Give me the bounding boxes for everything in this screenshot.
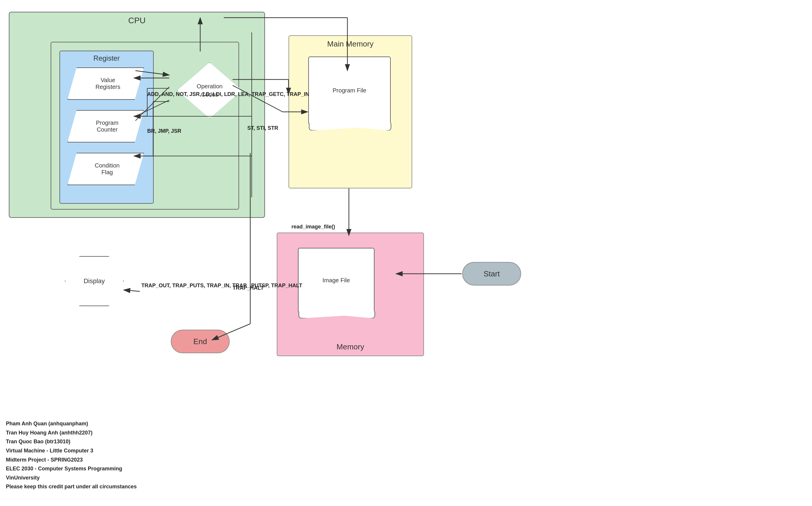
- cpu-label: CPU: [128, 16, 146, 25]
- credit-line7: VinUniversity: [6, 473, 137, 483]
- credits: Pham Anh Quan (anhquanpham) Tran Huy Hoa…: [6, 419, 137, 491]
- credit-line2: Tran Huy Hoang Anh (anhthh2207): [6, 428, 137, 437]
- arrow-br-jmp-label: BR, JMP, JSR: [147, 128, 181, 134]
- condition-flag: ConditionFlag: [67, 153, 144, 185]
- credit-line4: Virtual Machine - Little Computer 3: [6, 446, 137, 455]
- condition-flag-label: ConditionFlag: [92, 162, 120, 176]
- end-label: End: [193, 337, 207, 346]
- credit-line3: Tran Quoc Bao (btr13010): [6, 437, 137, 446]
- value-registers-label: ValueRegisters: [91, 77, 120, 90]
- program-counter-label: ProgramCounter: [93, 119, 118, 133]
- end-shape: End: [171, 330, 230, 353]
- register-box: Register ValueRegisters ProgramCounter C…: [60, 51, 154, 204]
- credit-line1: Pham Anh Quan (anhquanpham): [6, 419, 137, 428]
- program-file-label: Program File: [333, 87, 366, 94]
- arrow-st-sti-label: ST, STI, STR: [247, 125, 278, 131]
- display-label: Display: [84, 277, 105, 285]
- main-memory-box: Main Memory Program File: [289, 35, 412, 188]
- cpu-box: CPU Register ValueRegisters ProgramCount…: [9, 12, 265, 218]
- memory-box: Memory Image File: [277, 233, 424, 356]
- register-label: Register: [93, 54, 119, 62]
- svg-line-23: [124, 290, 140, 291]
- main-memory-label: Main Memory: [327, 39, 373, 49]
- memory-label: Memory: [336, 342, 364, 351]
- diagram-container: CPU Register ValueRegisters ProgramCount…: [0, 0, 812, 506]
- program-file: Program File: [308, 57, 391, 124]
- program-counter: ProgramCounter: [67, 110, 144, 143]
- credit-line8: Please keep this credit part under all c…: [6, 482, 137, 491]
- display-hex: Display: [65, 256, 124, 306]
- credit-line6: ELEC 2030 - Computer Systems Programming: [6, 464, 137, 473]
- start-label: Start: [484, 269, 500, 278]
- arrow-read-image-label: read_image_file(): [292, 224, 335, 230]
- credit-line5: Midterm Project - SPRING2023: [6, 455, 137, 465]
- start-shape: Start: [462, 262, 521, 285]
- arrow-trap-out-label: TRAP_OUT, TRAP_PUTS, TRAP_IN, TRAP_ PUTS…: [141, 282, 302, 289]
- value-registers: ValueRegisters: [67, 67, 144, 100]
- arrow-add-and-label: ADD, AND, NOT, JSR, LD, LDI, LDR, LEA, T…: [147, 91, 309, 97]
- image-file-label: Image File: [322, 277, 350, 284]
- image-file: Image File: [298, 248, 375, 313]
- arrow-trap-halt-label: TRAP_HALT: [233, 285, 264, 291]
